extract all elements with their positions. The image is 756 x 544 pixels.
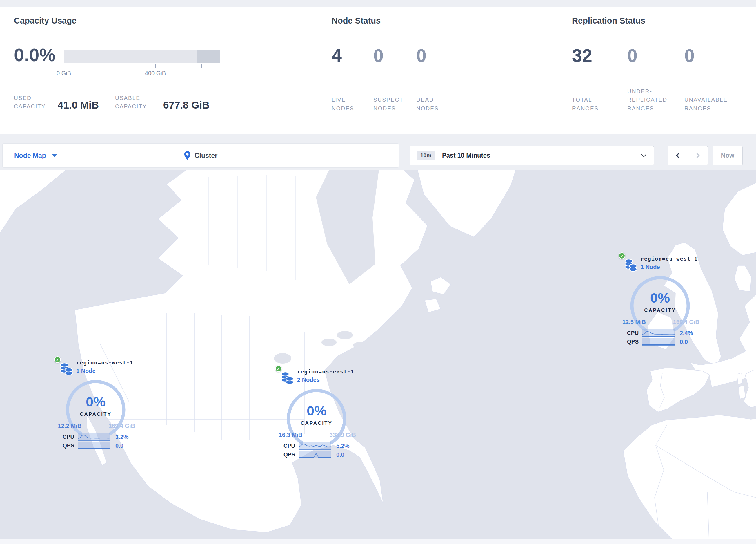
capacity-gauge-arc — [286, 388, 347, 449]
cpu-sparkline — [78, 433, 110, 441]
chevron-left-icon — [676, 152, 680, 159]
total-ranges-label: TOTAL RANGES — [572, 95, 607, 113]
capacity-label: CAPACITY — [273, 420, 360, 426]
usable-capacity-stat: USABLE CAPACITY 677.8 GiB — [115, 94, 210, 111]
region-marker-eu-west-1[interactable]: ✓ region=eu-west-1 1 Node 0% CAPACITY 12… — [617, 251, 704, 351]
view-selector-dropdown[interactable]: Node Map — [14, 152, 57, 159]
region-nodes-link[interactable]: 1 Node — [641, 264, 698, 270]
capacity-axis-tick — [155, 64, 156, 68]
total-ranges-value: 32 — [572, 46, 627, 65]
time-range-select[interactable]: 10m Past 10 Minutes — [410, 146, 654, 165]
total-capacity: 169.4 GiB — [109, 423, 135, 429]
live-nodes-stat: 4 LIVE NODES — [332, 46, 373, 113]
suspect-nodes-value: 0 — [373, 46, 416, 65]
qps-sparkline — [642, 338, 675, 346]
cpu-label: CPU — [627, 330, 642, 336]
qps-sparkline — [299, 451, 331, 458]
cpu-value: 2.4% — [680, 330, 693, 337]
region-marker-us-east-1[interactable]: ✓ region=us-east-1 2 Nodes 0% CAPACITY 1… — [273, 364, 360, 464]
cpu-value: 3.2% — [115, 434, 129, 440]
capacity-gauge-arc — [65, 379, 126, 440]
qps-label: QPS — [627, 339, 642, 345]
qps-sparkline — [78, 442, 110, 449]
capacity-axis-tick — [110, 64, 110, 68]
under-replicated-ranges-value: 0 — [627, 46, 684, 65]
qps-value: 0.0 — [336, 452, 344, 458]
map-water-great-lake — [353, 342, 366, 349]
region-nodes-link[interactable]: 2 Nodes — [297, 377, 354, 383]
region-name: region=eu-west-1 — [641, 255, 698, 262]
page-bottom-strip — [0, 539, 756, 544]
now-button-label: Now — [721, 152, 734, 159]
now-button[interactable]: Now — [713, 146, 743, 165]
capacity-axis-label-400: 400 GiB — [145, 70, 166, 77]
map-island-corsica — [737, 373, 743, 385]
capacity-gauge-arc — [630, 276, 690, 336]
capacity-bar-reserved-segment — [197, 50, 220, 63]
used-capacity-value: 41.0 MiB — [58, 99, 99, 111]
node-status-panel: Node Status 4 LIVE NODES 0 SUSPECT NODES… — [332, 7, 535, 134]
map-water-great-lake — [337, 331, 353, 339]
region-name: region=us-east-1 — [297, 369, 354, 375]
map-water-great-lake — [274, 353, 291, 364]
region-nodes-link[interactable]: 1 Node — [76, 368, 133, 374]
dead-nodes-value: 0 — [416, 46, 460, 65]
cpu-label: CPU — [63, 434, 78, 440]
capacity-usage-panel: Capacity Usage 0.0% 0 GiB 400 GiB USED C… — [14, 7, 304, 134]
total-capacity: 169.4 GiB — [673, 319, 699, 326]
map-pin-icon — [184, 151, 191, 160]
used-capacity: 12.5 MiB — [622, 319, 646, 326]
node-status-title: Node Status — [332, 16, 381, 26]
live-nodes-value: 4 — [332, 46, 373, 65]
qps-value: 0.0 — [680, 339, 688, 345]
cpu-sparkline — [642, 329, 675, 337]
next-time-window-button[interactable] — [688, 146, 708, 165]
database-stack-icon — [281, 371, 295, 385]
total-capacity: 338.9 GiB — [330, 432, 356, 438]
cluster-summary-bar: Capacity Usage 0.0% 0 GiB 400 GiB USED C… — [0, 7, 756, 134]
map-toolbar: Node Map Cluster — [2, 143, 399, 168]
map-water-great-lake — [321, 339, 337, 346]
dead-nodes-label: DEAD NODES — [416, 95, 448, 113]
capacity-usage-title: Capacity Usage — [14, 16, 77, 26]
chevron-down-icon — [641, 154, 647, 157]
database-stack-icon — [60, 362, 74, 376]
capacity-percent: 0% — [617, 290, 704, 306]
unavailable-ranges-stat: 0 UNAVAILABLE RANGES — [684, 46, 745, 113]
capacity-label: CAPACITY — [617, 308, 704, 313]
qps-label: QPS — [63, 443, 78, 449]
usable-capacity-label: USABLE CAPACITY — [115, 94, 156, 111]
live-nodes-label: LIVE NODES — [332, 95, 364, 113]
replication-status-panel: Replication Status 32 TOTAL RANGES 0 UND… — [572, 7, 755, 134]
dead-nodes-stat: 0 DEAD NODES — [416, 46, 460, 113]
used-capacity: 12.2 MiB — [58, 423, 81, 429]
used-capacity-stat: USED CAPACITY 41.0 MiB — [14, 94, 99, 111]
cpu-sparkline — [299, 442, 331, 450]
region-marker-us-west-1[interactable]: ✓ region=us-west-1 1 Node 0% CAPACITY 12… — [52, 355, 139, 455]
prev-time-window-button[interactable] — [668, 146, 688, 165]
usable-capacity-value: 677.8 GiB — [163, 99, 210, 111]
capacity-axis-tick — [64, 64, 64, 68]
capacity-bar-usable-segment — [64, 50, 197, 63]
time-range-badge: 10m — [417, 150, 435, 160]
total-ranges-stat: 32 TOTAL RANGES — [572, 46, 627, 113]
suspect-nodes-label: SUSPECT NODES — [373, 95, 411, 113]
qps-label: QPS — [283, 452, 299, 458]
cpu-value: 5.2% — [336, 443, 350, 449]
suspect-nodes-stat: 0 SUSPECT NODES — [373, 46, 416, 113]
chevron-down-icon — [52, 154, 57, 157]
capacity-bar: 0 GiB 400 GiB — [64, 50, 220, 63]
breadcrumb[interactable]: Cluster — [184, 151, 217, 160]
capacity-axis-tick — [201, 64, 202, 68]
view-selector-label: Node Map — [14, 152, 46, 159]
capacity-axis-label-0: 0 GiB — [57, 70, 71, 77]
replication-status-title: Replication Status — [572, 16, 645, 26]
time-range-label: Past 10 Minutes — [442, 152, 490, 159]
cpu-label: CPU — [283, 443, 299, 449]
node-map[interactable]: ✓ region=us-west-1 1 Node 0% CAPACITY 12… — [0, 170, 756, 544]
under-replicated-ranges-stat: 0 UNDER-REPLICATED RANGES — [627, 46, 684, 113]
time-window-arrows — [668, 146, 708, 165]
unavailable-ranges-label: UNAVAILABLE RANGES — [684, 95, 737, 113]
under-replicated-ranges-label: UNDER-REPLICATED RANGES — [627, 87, 677, 113]
unavailable-ranges-value: 0 — [684, 46, 745, 65]
